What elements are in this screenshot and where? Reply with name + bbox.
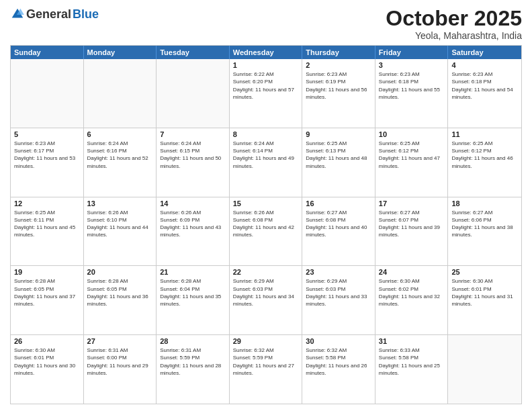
cell-info-23: Sunrise: 6:29 AM Sunset: 6:03 PM Dayligh… bbox=[306, 277, 371, 308]
cal-cell-0-1 bbox=[84, 59, 157, 128]
day-number-15: 15 bbox=[233, 199, 299, 208]
day-number-31: 31 bbox=[379, 337, 445, 345]
cell-info-16: Sunrise: 6:27 AM Sunset: 6:08 PM Dayligh… bbox=[306, 209, 371, 239]
cell-info-5: Sunrise: 6:23 AM Sunset: 6:17 PM Dayligh… bbox=[14, 140, 80, 170]
cal-cell-0-3: 1Sunrise: 6:22 AM Sunset: 6:20 PM Daylig… bbox=[230, 59, 303, 128]
cal-cell-2-5: 17Sunrise: 6:27 AM Sunset: 6:07 PM Dayli… bbox=[375, 197, 449, 266]
cal-cell-4-0: 26Sunrise: 6:30 AM Sunset: 6:01 PM Dayli… bbox=[11, 335, 84, 404]
logo-icon bbox=[10, 7, 25, 21]
cell-info-30: Sunrise: 6:32 AM Sunset: 5:58 PM Dayligh… bbox=[306, 347, 371, 377]
cell-info-24: Sunrise: 6:30 AM Sunset: 6:02 PM Dayligh… bbox=[379, 277, 445, 308]
cal-cell-2-2: 14Sunrise: 6:26 AM Sunset: 6:09 PM Dayli… bbox=[157, 197, 230, 266]
day-number-22: 22 bbox=[233, 268, 299, 276]
day-number-14: 14 bbox=[160, 199, 226, 208]
cal-cell-2-3: 15Sunrise: 6:26 AM Sunset: 6:08 PM Dayli… bbox=[230, 197, 303, 266]
day-number-2: 2 bbox=[306, 61, 371, 69]
header-monday: Monday bbox=[84, 46, 157, 59]
cell-info-13: Sunrise: 6:26 AM Sunset: 6:10 PM Dayligh… bbox=[87, 209, 153, 239]
cal-cell-4-2: 28Sunrise: 6:31 AM Sunset: 5:59 PM Dayli… bbox=[157, 335, 230, 404]
cell-info-10: Sunrise: 6:25 AM Sunset: 6:12 PM Dayligh… bbox=[379, 140, 445, 170]
cell-info-21: Sunrise: 6:28 AM Sunset: 6:04 PM Dayligh… bbox=[160, 277, 226, 308]
cell-info-28: Sunrise: 6:31 AM Sunset: 5:59 PM Dayligh… bbox=[160, 347, 226, 377]
cal-cell-4-4: 30Sunrise: 6:32 AM Sunset: 5:58 PM Dayli… bbox=[302, 335, 375, 404]
cell-info-29: Sunrise: 6:32 AM Sunset: 5:59 PM Dayligh… bbox=[233, 347, 299, 377]
calendar: Sunday Monday Tuesday Wednesday Thursday… bbox=[10, 45, 522, 404]
day-number-19: 19 bbox=[14, 268, 80, 276]
cell-info-31: Sunrise: 6:33 AM Sunset: 5:58 PM Dayligh… bbox=[379, 347, 445, 377]
day-number-6: 6 bbox=[87, 130, 153, 138]
cal-cell-3-6: 25Sunrise: 6:30 AM Sunset: 6:01 PM Dayli… bbox=[448, 266, 521, 334]
cal-cell-3-0: 19Sunrise: 6:28 AM Sunset: 6:05 PM Dayli… bbox=[11, 266, 84, 334]
day-number-23: 23 bbox=[306, 268, 371, 276]
cal-cell-0-0 bbox=[11, 59, 84, 128]
day-number-20: 20 bbox=[87, 268, 153, 276]
cell-info-9: Sunrise: 6:25 AM Sunset: 6:13 PM Dayligh… bbox=[306, 140, 371, 170]
cell-info-6: Sunrise: 6:24 AM Sunset: 6:16 PM Dayligh… bbox=[87, 140, 153, 170]
cal-cell-3-2: 21Sunrise: 6:28 AM Sunset: 6:04 PM Dayli… bbox=[157, 266, 230, 334]
day-number-24: 24 bbox=[379, 268, 445, 276]
header-thursday: Thursday bbox=[302, 46, 375, 59]
cal-row-4: 26Sunrise: 6:30 AM Sunset: 6:01 PM Dayli… bbox=[11, 335, 521, 404]
cal-cell-1-2: 7Sunrise: 6:24 AM Sunset: 6:15 PM Daylig… bbox=[157, 128, 230, 197]
logo-general: General bbox=[26, 7, 71, 21]
cell-info-15: Sunrise: 6:26 AM Sunset: 6:08 PM Dayligh… bbox=[233, 209, 299, 239]
cell-info-1: Sunrise: 6:22 AM Sunset: 6:20 PM Dayligh… bbox=[233, 71, 299, 101]
cell-info-26: Sunrise: 6:30 AM Sunset: 6:01 PM Dayligh… bbox=[14, 347, 80, 377]
cal-cell-3-5: 24Sunrise: 6:30 AM Sunset: 6:02 PM Dayli… bbox=[375, 266, 449, 334]
cell-info-12: Sunrise: 6:25 AM Sunset: 6:11 PM Dayligh… bbox=[14, 209, 80, 239]
day-number-11: 11 bbox=[451, 130, 518, 138]
cal-cell-1-6: 11Sunrise: 6:25 AM Sunset: 6:12 PM Dayli… bbox=[448, 128, 521, 197]
cal-cell-2-1: 13Sunrise: 6:26 AM Sunset: 6:10 PM Dayli… bbox=[84, 197, 157, 266]
cell-info-19: Sunrise: 6:28 AM Sunset: 6:05 PM Dayligh… bbox=[14, 277, 80, 308]
cell-info-18: Sunrise: 6:27 AM Sunset: 6:06 PM Dayligh… bbox=[451, 209, 518, 239]
logo-blue: Blue bbox=[73, 7, 99, 21]
logo: General Blue bbox=[10, 7, 99, 21]
day-number-5: 5 bbox=[14, 130, 80, 138]
day-number-17: 17 bbox=[379, 199, 445, 208]
cell-info-17: Sunrise: 6:27 AM Sunset: 6:07 PM Dayligh… bbox=[379, 209, 445, 239]
header-friday: Friday bbox=[375, 46, 449, 59]
calendar-body: 1Sunrise: 6:22 AM Sunset: 6:20 PM Daylig… bbox=[11, 59, 521, 404]
header-sunday: Sunday bbox=[11, 46, 84, 59]
cal-cell-4-1: 27Sunrise: 6:31 AM Sunset: 6:00 PM Dayli… bbox=[84, 335, 157, 404]
cell-info-3: Sunrise: 6:23 AM Sunset: 6:18 PM Dayligh… bbox=[379, 71, 445, 101]
header-saturday: Saturday bbox=[448, 46, 521, 59]
day-number-1: 1 bbox=[233, 61, 299, 69]
cal-cell-0-2 bbox=[157, 59, 230, 128]
cal-cell-1-4: 9Sunrise: 6:25 AM Sunset: 6:13 PM Daylig… bbox=[302, 128, 375, 197]
cal-cell-3-3: 22Sunrise: 6:29 AM Sunset: 6:03 PM Dayli… bbox=[230, 266, 303, 334]
cal-cell-2-6: 18Sunrise: 6:27 AM Sunset: 6:06 PM Dayli… bbox=[448, 197, 521, 266]
cell-info-8: Sunrise: 6:24 AM Sunset: 6:14 PM Dayligh… bbox=[233, 140, 299, 170]
cell-info-25: Sunrise: 6:30 AM Sunset: 6:01 PM Dayligh… bbox=[451, 277, 518, 308]
day-number-12: 12 bbox=[14, 199, 80, 208]
cal-cell-1-3: 8Sunrise: 6:24 AM Sunset: 6:14 PM Daylig… bbox=[230, 128, 303, 197]
cal-row-0: 1Sunrise: 6:22 AM Sunset: 6:20 PM Daylig… bbox=[11, 59, 521, 128]
day-number-3: 3 bbox=[379, 61, 445, 69]
day-number-28: 28 bbox=[160, 337, 226, 345]
day-number-25: 25 bbox=[451, 268, 518, 276]
cell-info-2: Sunrise: 6:23 AM Sunset: 6:19 PM Dayligh… bbox=[306, 71, 371, 101]
day-number-29: 29 bbox=[233, 337, 299, 345]
day-number-13: 13 bbox=[87, 199, 153, 208]
cal-cell-3-1: 20Sunrise: 6:28 AM Sunset: 6:05 PM Dayli… bbox=[84, 266, 157, 334]
day-number-18: 18 bbox=[451, 199, 518, 208]
cal-cell-0-6: 4Sunrise: 6:23 AM Sunset: 6:18 PM Daylig… bbox=[448, 59, 521, 128]
cal-row-1: 5Sunrise: 6:23 AM Sunset: 6:17 PM Daylig… bbox=[11, 128, 521, 197]
cell-info-4: Sunrise: 6:23 AM Sunset: 6:18 PM Dayligh… bbox=[451, 71, 518, 101]
day-number-7: 7 bbox=[160, 130, 226, 138]
cell-info-20: Sunrise: 6:28 AM Sunset: 6:05 PM Dayligh… bbox=[87, 277, 153, 308]
location-title: Yeola, Maharashtra, India bbox=[386, 30, 522, 41]
day-number-26: 26 bbox=[14, 337, 80, 345]
header: General Blue October 2025 Yeola, Maharas… bbox=[10, 7, 522, 41]
cell-info-14: Sunrise: 6:26 AM Sunset: 6:09 PM Dayligh… bbox=[160, 209, 226, 239]
header-wednesday: Wednesday bbox=[230, 46, 303, 59]
day-number-30: 30 bbox=[306, 337, 371, 345]
cal-cell-1-5: 10Sunrise: 6:25 AM Sunset: 6:12 PM Dayli… bbox=[375, 128, 449, 197]
cal-cell-2-0: 12Sunrise: 6:25 AM Sunset: 6:11 PM Dayli… bbox=[11, 197, 84, 266]
day-number-21: 21 bbox=[160, 268, 226, 276]
day-number-4: 4 bbox=[451, 61, 518, 69]
cell-info-22: Sunrise: 6:29 AM Sunset: 6:03 PM Dayligh… bbox=[233, 277, 299, 308]
day-number-9: 9 bbox=[306, 130, 371, 138]
title-area: October 2025 Yeola, Maharashtra, India bbox=[386, 7, 522, 41]
cal-cell-1-0: 5Sunrise: 6:23 AM Sunset: 6:17 PM Daylig… bbox=[11, 128, 84, 197]
